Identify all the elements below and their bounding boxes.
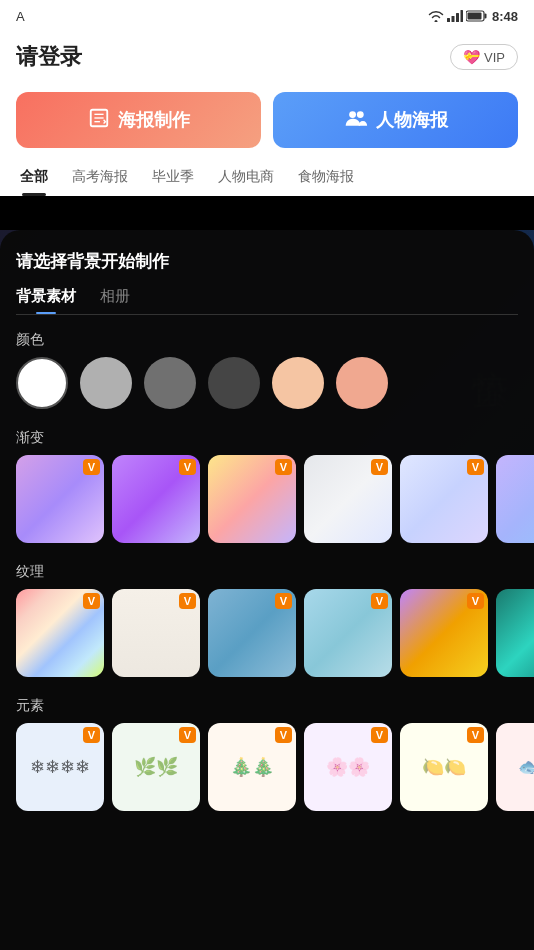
vip-label: VIP (484, 50, 505, 65)
color-light-gray[interactable] (80, 357, 132, 409)
person-icon (344, 107, 368, 134)
element-item-1[interactable]: V ❄❄❄❄ (16, 723, 104, 811)
element-row: V ❄❄❄❄ V 🌿🌿 V 🎄🎄 V 🌸🌸 V 🍋� (0, 723, 534, 815)
cat-tab-food[interactable]: 食物海报 (286, 158, 366, 196)
lemon-pattern: 🍋🍋 (400, 723, 488, 811)
vip-badge-tex-1: V (83, 593, 100, 609)
panel-tabs: 背景素材 相册 (0, 273, 534, 314)
person-poster-button[interactable]: 人物海报 (273, 92, 518, 148)
element-section-label: 元素 (0, 681, 534, 723)
status-right: 8:48 (428, 9, 518, 24)
svg-rect-3 (460, 10, 463, 22)
svg-rect-6 (467, 13, 481, 20)
ball-pattern: 🎄🎄 (208, 723, 296, 811)
vip-button[interactable]: 💝 VIP (450, 44, 518, 70)
snowflake-pattern: ❄❄❄❄ (16, 723, 104, 811)
vip-badge-4: V (371, 459, 388, 475)
header-title: 请登录 (16, 42, 82, 72)
cat-tab-all[interactable]: 全部 (8, 158, 60, 196)
person-poster-label: 人物海报 (376, 108, 448, 132)
svg-point-12 (356, 111, 363, 118)
panel-title: 请选择背景开始制作 (0, 230, 534, 273)
background-selection-panel: 请选择背景开始制作 背景素材 相册 颜色 渐变 V V V V V V (0, 230, 534, 950)
color-white[interactable] (16, 357, 68, 409)
vip-badge-5: V (467, 459, 484, 475)
signal-icon (447, 10, 463, 22)
vip-badge-tex-3: V (275, 593, 292, 609)
battery-icon (466, 10, 488, 22)
vip-badge-1: V (83, 459, 100, 475)
gradient-section-label: 渐变 (0, 413, 534, 455)
time-label: 8:48 (492, 9, 518, 24)
vip-badge-3: V (275, 459, 292, 475)
panel-bottom-space (0, 815, 534, 835)
status-icons (428, 10, 488, 22)
texture-item-2[interactable]: V (112, 589, 200, 677)
gradient-row: V V V V V V (0, 455, 534, 547)
gradient-item-5[interactable]: V (400, 455, 488, 543)
gradient-item-4[interactable]: V (304, 455, 392, 543)
gradient-item-6[interactable]: V (496, 455, 534, 543)
header: 请登录 💝 VIP (0, 32, 534, 82)
svg-rect-0 (447, 18, 450, 22)
element-item-3[interactable]: V 🎄🎄 (208, 723, 296, 811)
poster-icon (88, 107, 110, 134)
element-item-6[interactable]: V 🐟🐟 (496, 723, 534, 811)
panel-tab-album[interactable]: 相册 (100, 287, 130, 314)
color-section-label: 颜色 (0, 315, 534, 357)
carrier-label: A (16, 9, 25, 24)
vip-badge-2: V (179, 459, 196, 475)
status-bar: A 8:48 (0, 0, 534, 32)
svg-point-11 (349, 111, 356, 118)
cat-tab-gaokao[interactable]: 高考海报 (60, 158, 140, 196)
vip-badge-tex-4: V (371, 593, 388, 609)
color-dark-gray[interactable] (208, 357, 260, 409)
category-tabs: 全部 高考海报 毕业季 人物电商 食物海报 (0, 158, 534, 196)
color-medium-gray[interactable] (144, 357, 196, 409)
vip-heart-icon: 💝 (463, 49, 480, 65)
texture-item-5[interactable]: V (400, 589, 488, 677)
element-item-4[interactable]: V 🌸🌸 (304, 723, 392, 811)
poster-label: 海报制作 (118, 108, 190, 132)
panel-tab-background[interactable]: 背景素材 (16, 287, 76, 314)
color-peach[interactable] (336, 357, 388, 409)
leaf-pattern: 🌿🌿 (112, 723, 200, 811)
element-item-5[interactable]: V 🍋🍋 (400, 723, 488, 811)
svg-rect-5 (484, 14, 486, 19)
wifi-icon (428, 10, 444, 22)
flower-pattern: 🌸🌸 (304, 723, 392, 811)
poster-button[interactable]: 海报制作 (16, 92, 261, 148)
svg-rect-1 (451, 16, 454, 22)
texture-section-label: 纹理 (0, 547, 534, 589)
gradient-item-2[interactable]: V (112, 455, 200, 543)
gradient-item-3[interactable]: V (208, 455, 296, 543)
vip-badge-tex-2: V (179, 593, 196, 609)
cat-tab-person-ecommerce[interactable]: 人物电商 (206, 158, 286, 196)
texture-item-6[interactable]: V (496, 589, 534, 677)
element-item-2[interactable]: V 🌿🌿 (112, 723, 200, 811)
color-row (0, 357, 534, 413)
action-row: 海报制作 人物海报 (0, 82, 534, 158)
texture-item-4[interactable]: V (304, 589, 392, 677)
color-skin[interactable] (272, 357, 324, 409)
gradient-item-1[interactable]: V (16, 455, 104, 543)
texture-item-1[interactable]: V (16, 589, 104, 677)
texture-row: V V V V V V (0, 589, 534, 681)
fish-pattern: 🐟🐟 (496, 723, 534, 811)
vip-badge-tex-5: V (467, 593, 484, 609)
cat-tab-graduation[interactable]: 毕业季 (140, 158, 206, 196)
svg-rect-2 (456, 13, 459, 22)
texture-item-3[interactable]: V (208, 589, 296, 677)
